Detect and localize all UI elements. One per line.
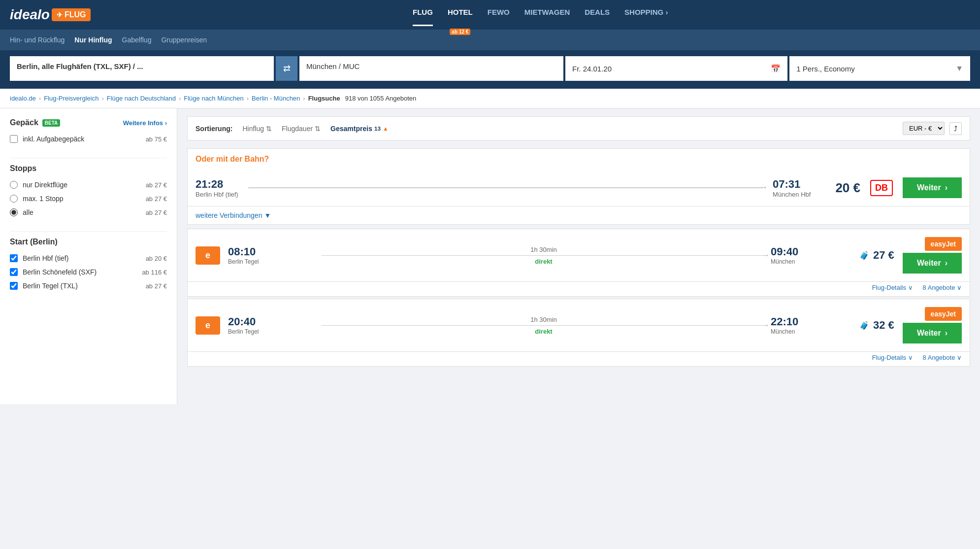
sort-flugdauer[interactable]: Flugdauer ⇅ xyxy=(282,125,321,133)
nav-shopping[interactable]: SHOPPING › xyxy=(624,4,668,26)
main-layout: Gepäck BETA Weitere Infos › inkl. Aufgab… xyxy=(0,108,980,404)
luggage-icon-1: 🧳 xyxy=(859,251,869,260)
flight-2-depart: 20:40 Berlin Tegel xyxy=(228,315,317,335)
train-line: → xyxy=(248,187,763,188)
flight-1-direct: direkt xyxy=(322,258,766,265)
mehr-verbindungen[interactable]: weitere Verbindungen ▼ xyxy=(187,206,970,225)
sort-gesamtpreis[interactable]: Gesamtpreis 13 ▲ xyxy=(330,125,389,133)
train-price-area: 20 € DB Weiter › xyxy=(835,177,962,198)
train-arrive-time: 07:31 xyxy=(773,178,811,191)
start-sxf-checkbox[interactable] xyxy=(10,268,18,276)
train-weiter-button[interactable]: Weiter › xyxy=(903,177,962,198)
train-depart-station: Berlin Hbf (tief) xyxy=(196,191,238,198)
stopps-direkt-label: nur Direktflüge xyxy=(23,181,141,189)
flight-2-row: e 20:40 Berlin Tegel 1h 30min direkt 22:… xyxy=(187,299,970,352)
luggage-icon-2: 🧳 xyxy=(859,321,869,330)
mehr-verbindungen-arrow: ▼ xyxy=(264,211,271,219)
breadcrumb-fluge-muc[interactable]: Flüge nach München xyxy=(184,95,243,102)
flight-1-arrive-airport: München xyxy=(771,258,859,265)
stopps-one-label: max. 1 Stopp xyxy=(23,195,141,203)
start-hbf-checkbox[interactable] xyxy=(10,254,18,262)
gepaeck-title: Gepäck BETA Weitere Infos › xyxy=(10,118,167,127)
passengers-field[interactable]: 1 Pers., Economy ▼ xyxy=(789,56,970,81)
breadcrumb-flug-preis[interactable]: Flug-Preisvergleich xyxy=(44,95,98,102)
sort-label: Sortierung: xyxy=(196,125,232,133)
calendar-icon: 📅 xyxy=(771,64,781,73)
start-hbf: Berlin Hbf (tief) ab 20 € xyxy=(10,251,167,265)
flight-1-duration: 1h 30min xyxy=(322,246,766,253)
start-title: Start (Berlin) xyxy=(10,238,167,246)
weitere-infos-link[interactable]: Weitere Infos › xyxy=(123,119,167,127)
sort-active-arrow: ▲ xyxy=(383,125,389,132)
flight-1-angebote-link[interactable]: 8 Angebote ∨ xyxy=(923,284,962,291)
sort-right: EUR - € ⤴ xyxy=(903,122,962,135)
flight-2-airline-logo: e xyxy=(196,316,220,335)
swap-button[interactable]: ⇄ xyxy=(276,56,297,81)
breadcrumb-berlin-muc[interactable]: Berlin - München xyxy=(252,95,300,102)
start-sxf: Berlin Schönefeld (SXF) ab 116 € xyxy=(10,265,167,279)
start-txl-checkbox[interactable] xyxy=(10,282,18,290)
stopps-one-radio[interactable] xyxy=(10,195,18,203)
gepaeck-price: ab 75 € xyxy=(146,136,167,143)
currency-select[interactable]: EUR - € xyxy=(903,122,945,135)
start-sxf-label: Berlin Schönefeld (SXF) xyxy=(23,268,137,276)
nav-fewo[interactable]: FEWO xyxy=(488,4,510,26)
weiter-icon-1: › xyxy=(945,259,947,268)
flight-1-arrive-time: 09:40 xyxy=(771,245,859,258)
train-price: 20 € xyxy=(835,180,860,196)
train-arrive-station: München Hbf xyxy=(773,191,811,198)
easyjet-brand-2: easyJet xyxy=(925,307,962,321)
search-bar: Berlin, alle Flughäfen (TXL, SXF) / ... … xyxy=(0,50,980,89)
flight-2-duration: 1h 30min xyxy=(322,316,766,323)
main-nav: FLUG HOTEL ab 12 € FEWO MIETWAGEN DEALS … xyxy=(110,4,970,26)
stopps-title: Stopps xyxy=(10,164,167,173)
logo-flug[interactable]: FLUG xyxy=(52,8,91,21)
subnav-gabel[interactable]: Gabelflug xyxy=(122,34,152,46)
breadcrumb-idealo[interactable]: idealo.de xyxy=(10,95,36,102)
easyjet-logo-2: e xyxy=(196,316,220,335)
nav-hotel[interactable]: HOTEL ab 12 € xyxy=(448,4,473,26)
subnav-nur-hin[interactable]: Nur Hinflug xyxy=(74,34,112,46)
share-button[interactable]: ⤴ xyxy=(949,122,962,135)
flight-1-details-link[interactable]: Flug-Details ∨ xyxy=(872,284,913,291)
easyjet-logo-1: e xyxy=(196,246,220,265)
stopps-alle-label: alle xyxy=(23,208,141,216)
nav-mietwagen[interactable]: MIETWAGEN xyxy=(524,4,570,26)
stopps-alle-price: ab 27 € xyxy=(146,209,167,216)
gepaeck-filter: Gepäck BETA Weitere Infos › inkl. Aufgab… xyxy=(10,118,167,146)
nav-deals[interactable]: DEALS xyxy=(585,4,610,26)
stopps-alle: alle ab 27 € xyxy=(10,206,167,219)
flight-1-price: 27 € xyxy=(873,249,903,262)
nav-flug[interactable]: FLUG xyxy=(413,4,433,26)
subnav-gruppen[interactable]: Gruppenreisen xyxy=(161,34,207,46)
stopps-alle-radio[interactable] xyxy=(10,208,18,216)
stopps-direkt-radio[interactable] xyxy=(10,181,18,189)
start-txl-price: ab 27 € xyxy=(146,282,167,290)
start-sxf-price: ab 116 € xyxy=(142,269,167,276)
logo-idealo[interactable]: idealo xyxy=(10,7,50,23)
sidebar: Gepäck BETA Weitere Infos › inkl. Aufgab… xyxy=(0,108,177,404)
hotel-badge: ab 12 € xyxy=(450,29,470,35)
start-hbf-label: Berlin Hbf (tief) xyxy=(23,254,141,262)
sort-hinflug[interactable]: Hinflug ⇅ xyxy=(242,125,272,133)
flight-2-direct: direkt xyxy=(322,328,766,335)
flight-2-details-link[interactable]: Flug-Details ∨ xyxy=(872,354,913,361)
origin-field[interactable]: Berlin, alle Flughäfen (TXL, SXF) / ... xyxy=(10,56,274,81)
train-header: Oder mit der Bahn? xyxy=(187,148,970,170)
stopps-direkt-price: ab 27 € xyxy=(146,181,167,189)
subnav-hin-rueck[interactable]: Hin- und Rückflug xyxy=(10,34,65,46)
train-arrow-icon: → xyxy=(759,182,768,193)
results-area: Sortierung: Hinflug ⇅ Flugdauer ⇅ Gesamt… xyxy=(177,108,980,404)
train-section: Oder mit der Bahn? 21:28 Berlin Hbf (tie… xyxy=(187,148,970,225)
flight-1-weiter-button[interactable]: Weiter › xyxy=(903,253,962,274)
flight-2-angebote-link[interactable]: 8 Angebote ∨ xyxy=(923,354,962,361)
destination-field[interactable]: München / MUC xyxy=(299,56,563,81)
gepaeck-checkbox[interactable] xyxy=(10,135,18,143)
flight-2-weiter-button[interactable]: Weiter › xyxy=(903,323,962,343)
logo-area: idealo FLUG xyxy=(10,7,91,23)
flight-2-depart-time: 20:40 xyxy=(228,315,317,328)
date-field[interactable]: Fr. 24.01.20 📅 xyxy=(565,56,787,81)
breadcrumb-fluge-de[interactable]: Flüge nach Deutschland xyxy=(107,95,176,102)
pax-dropdown-icon: ▼ xyxy=(955,64,963,73)
flight-2-links: Flug-Details ∨ 8 Angebote ∨ xyxy=(187,352,970,367)
